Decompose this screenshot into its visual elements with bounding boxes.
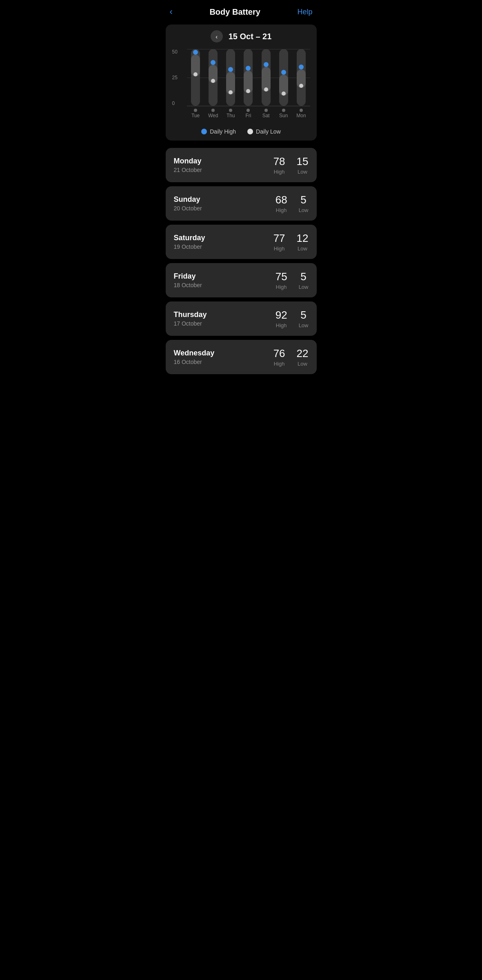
day-card-friday[interactable]: Friday 18 October 75 High 5 Low [166, 263, 317, 297]
y-label-50: 50 [172, 49, 178, 55]
legend-high-dot [201, 129, 207, 134]
dot-high-sun [281, 70, 286, 75]
x-col-sat: Sat [257, 109, 275, 118]
dot-high-wed [211, 60, 215, 65]
day-card-wednesday[interactable]: Wednesday 16 October 76 High 22 Low [166, 340, 317, 374]
stat-low-value: 5 [300, 270, 306, 283]
x-col-sun: Sun [275, 109, 292, 118]
dot-high-thu [228, 67, 233, 72]
x-col-thu: Thu [222, 109, 240, 118]
stat-low: 12 Low [297, 232, 309, 252]
day-card-monday[interactable]: Monday 21 October 78 High 15 Low [166, 148, 317, 182]
stat-low-value: 5 [300, 309, 306, 321]
legend-low: Daily Low [247, 128, 281, 135]
x-dot-mon [300, 109, 303, 112]
dot-high-sat [264, 62, 269, 67]
stat-high: 92 High [275, 309, 287, 328]
stat-high-value: 77 [273, 232, 285, 245]
bar-track-sat [262, 49, 271, 106]
chart-col-wed [204, 49, 222, 106]
dot-low-thu [229, 90, 233, 94]
day-info: Thursday 17 October [174, 310, 207, 327]
dot-low-tue [193, 72, 198, 76]
cards-section: Monday 21 October 78 High 15 Low Sunday … [162, 144, 321, 382]
day-date: 18 October [174, 282, 202, 288]
stat-high-value: 68 [275, 194, 287, 206]
stat-low-value: 12 [297, 232, 309, 245]
dot-high-mon [299, 65, 304, 69]
page-title: Body Battery [209, 7, 260, 17]
stat-high-label: High [274, 246, 285, 252]
x-label-fri: Fri [245, 113, 251, 118]
day-name: Saturday [174, 234, 205, 242]
day-date: 20 October [174, 205, 202, 212]
chart-col-fri [240, 49, 257, 106]
dot-high-tue [193, 50, 198, 55]
stat-high-label: High [274, 169, 285, 175]
dot-low-wed [211, 79, 215, 83]
stat-high-label: High [274, 361, 285, 367]
bar-track-fri [244, 49, 253, 106]
day-info: Monday 21 October [174, 157, 202, 173]
legend-high: Daily High [201, 128, 236, 135]
day-stats: 68 High 5 Low [275, 194, 309, 213]
legend-low-label: Daily Low [256, 128, 281, 135]
chart-wrapper: 50 25 0 TueWedThuFriSatSunMon [172, 49, 310, 123]
day-name: Sunday [174, 195, 202, 204]
chart-section: ‹ 15 Oct – 21 50 25 0 TueWedThuFriSatSun… [166, 25, 317, 141]
stat-low-label: Low [299, 207, 309, 213]
stat-low-value: 5 [300, 194, 306, 206]
dot-low-sat [264, 87, 268, 92]
day-info: Friday 18 October [174, 272, 202, 288]
x-dot-sun [282, 109, 285, 112]
day-date: 17 October [174, 320, 207, 327]
day-stats: 78 High 15 Low [273, 155, 309, 175]
day-name: Thursday [174, 310, 207, 319]
day-stats: 75 High 5 Low [275, 270, 309, 290]
back-button[interactable]: ‹ [170, 7, 173, 17]
day-name: Friday [174, 272, 202, 281]
day-info: Wednesday 16 October [174, 349, 215, 365]
day-name: Wednesday [174, 349, 215, 357]
stat-high-value: 78 [273, 155, 285, 168]
day-card-thursday[interactable]: Thursday 17 October 92 High 5 Low [166, 301, 317, 336]
day-card-sunday[interactable]: Sunday 20 October 68 High 5 Low [166, 186, 317, 221]
header: ‹ Body Battery Help [162, 0, 321, 21]
day-info: Saturday 19 October [174, 234, 205, 250]
stat-high-label: High [276, 322, 287, 328]
x-dot-wed [211, 109, 215, 112]
stat-low-value: 15 [297, 155, 309, 168]
date-range-label: 15 Oct – 21 [229, 32, 272, 41]
stat-low-label: Low [298, 169, 307, 175]
x-dot-sat [264, 109, 268, 112]
help-button[interactable]: Help [297, 8, 312, 16]
prev-period-button[interactable]: ‹ [211, 30, 223, 42]
x-label-mon: Mon [296, 113, 306, 118]
chart-col-thu [222, 49, 240, 106]
y-label-0: 0 [172, 100, 178, 106]
x-label-tue: Tue [191, 113, 200, 118]
y-axis-labels: 50 25 0 [172, 49, 178, 106]
day-card-saturday[interactable]: Saturday 19 October 77 High 12 Low [166, 225, 317, 259]
dot-low-mon [299, 84, 303, 88]
bar-track-wed [209, 49, 218, 106]
day-name: Monday [174, 157, 202, 165]
day-date: 19 October [174, 243, 205, 250]
day-stats: 77 High 12 Low [273, 232, 309, 252]
legend-low-dot [247, 129, 253, 134]
stat-high-label: High [276, 284, 287, 290]
stat-high-value: 76 [273, 347, 285, 360]
stat-low-label: Low [299, 284, 309, 290]
bar-track-mon [297, 49, 306, 106]
x-axis-labels: TueWedThuFriSatSunMon [187, 109, 310, 118]
stat-high: 76 High [273, 347, 285, 367]
day-date: 21 October [174, 167, 202, 173]
x-dot-thu [229, 109, 232, 112]
x-dot-tue [194, 109, 197, 112]
stat-high: 68 High [275, 194, 287, 213]
day-stats: 76 High 22 Low [273, 347, 309, 367]
x-label-sat: Sat [262, 113, 270, 118]
x-dot-fri [247, 109, 250, 112]
stat-low: 22 Low [297, 347, 309, 367]
stat-low: 5 Low [299, 194, 309, 213]
